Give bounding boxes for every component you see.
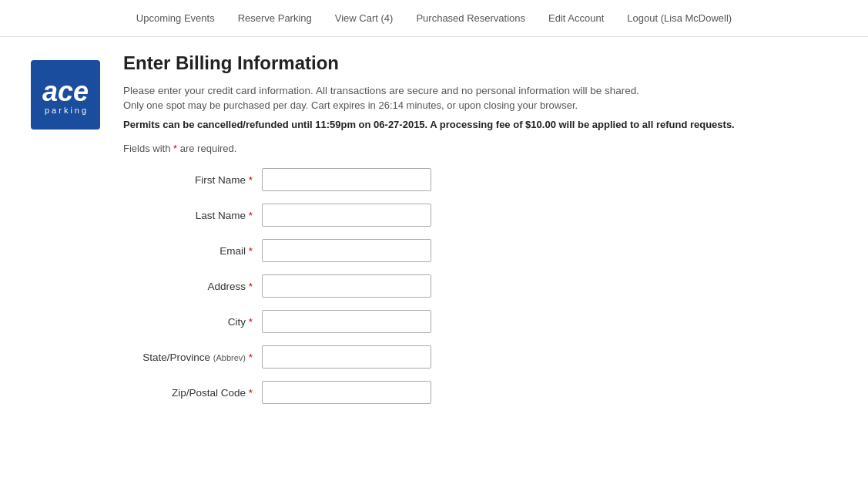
required-note: Fields with * are required. xyxy=(123,143,837,154)
content-area: Enter Billing Information Please enter y… xyxy=(123,52,837,416)
email-input[interactable] xyxy=(262,239,431,262)
form-row-last-name: Last Name * xyxy=(123,204,837,227)
form-row-first-name: First Name * xyxy=(123,168,837,191)
svg-text:parking: parking xyxy=(45,106,89,115)
last-name-input[interactable] xyxy=(262,204,431,227)
refund-notice: Permits can be cancelled/refunded until … xyxy=(123,119,837,130)
logo-svg: ace parking xyxy=(39,72,92,118)
svg-text:ace: ace xyxy=(42,76,89,107)
label-last-name: Last Name * xyxy=(123,210,262,221)
logo-area: ace parking xyxy=(31,60,100,416)
nav-upcoming-events[interactable]: Upcoming Events xyxy=(136,12,215,24)
label-address: Address * xyxy=(123,281,262,292)
label-zip-postal: Zip/Postal Code * xyxy=(123,387,262,399)
first-name-input[interactable] xyxy=(262,168,431,191)
form-row-address: Address * xyxy=(123,274,837,298)
nav-view-cart[interactable]: View Cart (4) xyxy=(335,12,394,24)
nav-edit-account[interactable]: Edit Account xyxy=(548,12,604,24)
form-row-city: City * xyxy=(123,310,837,333)
label-first-name: First Name * xyxy=(123,174,262,186)
label-email: Email * xyxy=(123,245,262,257)
required-marker: * xyxy=(249,174,253,186)
label-state-province: State/Province (Abbrev) * xyxy=(123,352,262,363)
required-marker: * xyxy=(249,352,253,363)
nav-reserve-parking[interactable]: Reserve Parking xyxy=(238,12,312,24)
required-marker: * xyxy=(249,316,253,328)
required-marker: * xyxy=(249,245,253,257)
nav-purchased-reservations[interactable]: Purchased Reservations xyxy=(416,12,525,24)
info-text: Please enter your credit card informatio… xyxy=(123,85,837,96)
main-nav: Upcoming Events Reserve Parking View Car… xyxy=(0,0,868,37)
form-row-state: State/Province (Abbrev) * xyxy=(123,345,837,369)
required-marker: * xyxy=(249,387,253,399)
nav-logout[interactable]: Logout (Lisa McDowell) xyxy=(627,12,732,24)
zip-postal-input[interactable] xyxy=(262,381,431,404)
label-city: City * xyxy=(123,316,262,328)
state-province-input[interactable] xyxy=(262,345,431,369)
billing-form: First Name * Last Name * Email * Address… xyxy=(123,168,837,404)
page-title: Enter Billing Information xyxy=(123,52,837,74)
address-input[interactable] xyxy=(262,274,431,298)
abbrev-note: (Abbrev) xyxy=(213,353,246,362)
city-input[interactable] xyxy=(262,310,431,333)
asterisk-symbol: * xyxy=(173,143,177,154)
required-marker: * xyxy=(249,281,253,292)
required-marker: * xyxy=(249,210,253,221)
form-row-zip: Zip/Postal Code * xyxy=(123,381,837,404)
page-wrapper: ace parking Enter Billing Information Pl… xyxy=(0,37,868,432)
cart-info: Only one spot may be purchased per day. … xyxy=(123,99,837,111)
logo: ace parking xyxy=(31,60,100,130)
form-row-email: Email * xyxy=(123,239,837,262)
